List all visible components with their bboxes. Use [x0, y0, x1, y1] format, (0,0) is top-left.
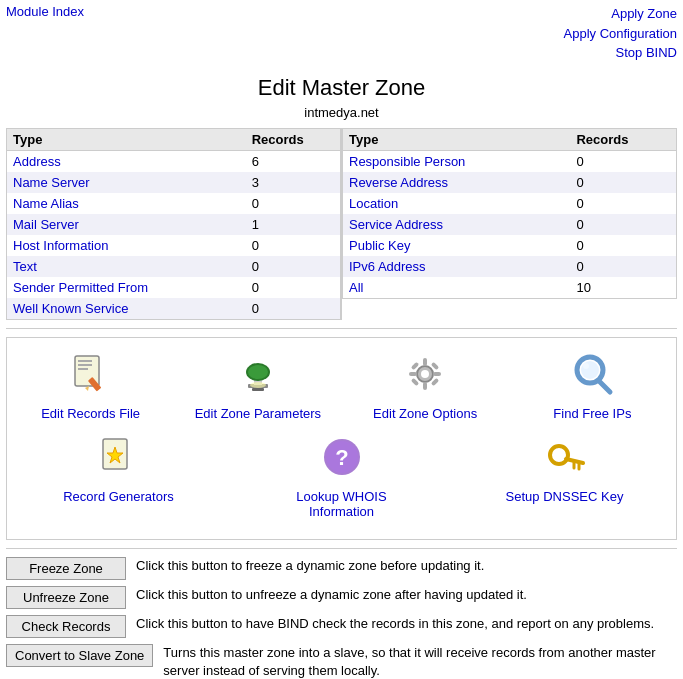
record-generators-item[interactable]: Record Generators: [54, 431, 184, 519]
left-records-cell: 0: [192, 277, 341, 298]
domain-name: intmedya.net: [0, 105, 683, 120]
right-table-row: Service Address0: [343, 214, 677, 235]
button-row: Check RecordsClick this button to have B…: [6, 615, 677, 638]
svg-point-35: [553, 450, 558, 455]
right-type-cell[interactable]: IPv6 Address: [343, 256, 517, 277]
right-records-cell: 0: [516, 235, 676, 256]
right-table-row: Public Key0: [343, 235, 677, 256]
svg-rect-1: [78, 360, 92, 362]
left-type-cell[interactable]: Name Alias: [7, 193, 192, 214]
right-type-cell[interactable]: Location: [343, 193, 517, 214]
left-type-cell[interactable]: Text: [7, 256, 192, 277]
left-table-row: Address6: [7, 150, 341, 172]
right-records-cell: 0: [516, 256, 676, 277]
button-description: Click this button to have BIND check the…: [136, 615, 677, 633]
button-description: Click this button to unfreeze a dynamic …: [136, 586, 677, 604]
edit-zone-options-icon: [399, 348, 451, 400]
svg-point-10: [250, 382, 266, 388]
apply-zone-link[interactable]: Apply Zone: [564, 4, 677, 24]
left-records-cell: 0: [192, 298, 341, 320]
check-records-button[interactable]: Check Records: [6, 615, 126, 638]
convert-to-slave-zone-button[interactable]: Convert to Slave Zone: [6, 644, 153, 667]
divider-2: [6, 548, 677, 549]
icon-section: Edit Records File Edit Zone Parameters: [6, 337, 677, 540]
edit-zone-parameters-label[interactable]: Edit Zone Parameters: [195, 406, 321, 421]
left-records-cell: 6: [192, 150, 341, 172]
unfreeze-zone-button[interactable]: Unfreeze Zone: [6, 586, 126, 609]
top-right-links: Apply Zone Apply Configuration Stop BIND: [564, 4, 677, 63]
svg-rect-11: [252, 388, 264, 391]
svg-text:?: ?: [335, 445, 348, 470]
left-type-cell[interactable]: Well Known Service: [7, 298, 192, 320]
records-two-col: Type Records Address6Name Server3Name Al…: [6, 128, 677, 320]
record-generators-label[interactable]: Record Generators: [63, 489, 174, 504]
left-table-row: Host Information0: [7, 235, 341, 256]
top-nav: Module Index Apply Zone Apply Configurat…: [0, 0, 683, 67]
module-index-link[interactable]: Module Index: [6, 4, 84, 63]
svg-point-9: [248, 365, 268, 379]
records-table-container: Type Records Address6Name Server3Name Al…: [0, 128, 683, 320]
left-table-row: Sender Permitted From0: [7, 277, 341, 298]
svg-point-23: [581, 361, 599, 379]
left-table-row: Mail Server1: [7, 214, 341, 235]
right-table-row: Responsible Person0: [343, 150, 677, 172]
right-records-header: Records: [516, 128, 676, 150]
button-description: Turns this master zone into a slave, so …: [163, 644, 677, 680]
find-free-ips-item[interactable]: Find Free IPs: [527, 348, 657, 421]
svg-rect-15: [423, 382, 427, 390]
lookup-whois-item[interactable]: ? Lookup WHOIS Information: [277, 431, 407, 519]
left-type-cell[interactable]: Address: [7, 150, 192, 172]
right-type-cell[interactable]: Service Address: [343, 214, 517, 235]
right-records-cell: 0: [516, 150, 676, 172]
right-table-row: Location0: [343, 193, 677, 214]
lookup-whois-label[interactable]: Lookup WHOIS Information: [277, 489, 407, 519]
page-title: Edit Master Zone: [0, 67, 683, 105]
right-type-cell[interactable]: Responsible Person: [343, 150, 517, 172]
svg-line-24: [599, 381, 610, 392]
right-table-row: Reverse Address0: [343, 172, 677, 193]
apply-configuration-link[interactable]: Apply Configuration: [564, 24, 677, 44]
left-table-row: Name Server3: [7, 172, 341, 193]
edit-zone-parameters-item[interactable]: Edit Zone Parameters: [193, 348, 323, 421]
edit-records-file-label[interactable]: Edit Records File: [41, 406, 140, 421]
setup-dnssec-label[interactable]: Setup DNSSEC Key: [506, 489, 624, 504]
button-description: Click this button to freeze a dynamic zo…: [136, 557, 677, 575]
left-type-cell[interactable]: Host Information: [7, 235, 192, 256]
svg-rect-14: [423, 358, 427, 366]
find-free-ips-label[interactable]: Find Free IPs: [553, 406, 631, 421]
find-free-ips-icon: [566, 348, 618, 400]
col-right: Type Records Responsible Person0Reverse …: [341, 128, 677, 320]
stop-bind-link[interactable]: Stop BIND: [564, 43, 677, 63]
button-row: Unfreeze ZoneClick this button to unfree…: [6, 586, 677, 609]
left-table-row: Text0: [7, 256, 341, 277]
right-records-cell: 0: [516, 193, 676, 214]
divider-1: [6, 328, 677, 329]
left-table-row: Well Known Service0: [7, 298, 341, 320]
icon-row-2: Record Generators ? Lookup WHOIS Informa…: [7, 431, 676, 519]
right-type-cell[interactable]: Public Key: [343, 235, 517, 256]
edit-records-file-item[interactable]: Edit Records File: [26, 348, 156, 421]
left-records-cell: 1: [192, 214, 341, 235]
svg-rect-2: [78, 364, 92, 366]
svg-point-31: [550, 446, 568, 464]
left-type-cell[interactable]: Name Server: [7, 172, 192, 193]
left-records-cell: 0: [192, 256, 341, 277]
lookup-whois-icon: ?: [316, 431, 368, 483]
svg-point-13: [421, 370, 429, 378]
left-type-cell[interactable]: Mail Server: [7, 214, 192, 235]
left-records-cell: 0: [192, 193, 341, 214]
svg-rect-17: [433, 372, 441, 376]
button-row: Freeze ZoneClick this button to freeze a…: [6, 557, 677, 580]
right-type-cell[interactable]: All: [343, 277, 517, 299]
freeze-zone-button[interactable]: Freeze Zone: [6, 557, 126, 580]
col-left: Type Records Address6Name Server3Name Al…: [6, 128, 341, 320]
right-type-cell[interactable]: Reverse Address: [343, 172, 517, 193]
left-records-header: Records: [192, 128, 341, 150]
edit-zone-options-label[interactable]: Edit Zone Options: [373, 406, 477, 421]
left-type-cell[interactable]: Sender Permitted From: [7, 277, 192, 298]
left-records-cell: 3: [192, 172, 341, 193]
edit-zone-options-item[interactable]: Edit Zone Options: [360, 348, 490, 421]
setup-dnssec-item[interactable]: Setup DNSSEC Key: [500, 431, 630, 519]
right-records-cell: 0: [516, 214, 676, 235]
right-table-row: All10: [343, 277, 677, 299]
